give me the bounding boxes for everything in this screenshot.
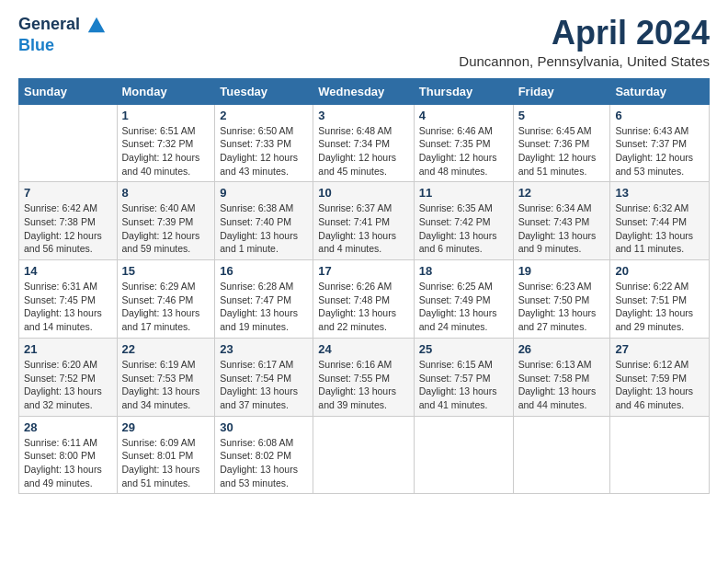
week-row-4: 21Sunrise: 6:20 AMSunset: 7:52 PMDayligh… <box>19 338 710 416</box>
calendar-cell: 14Sunrise: 6:31 AMSunset: 7:45 PMDayligh… <box>19 260 118 339</box>
calendar-cell: 8Sunrise: 6:40 AMSunset: 7:39 PMDaylight… <box>117 182 215 260</box>
logo-icon <box>86 16 107 36</box>
calendar-cell: 13Sunrise: 6:32 AMSunset: 7:44 PMDayligh… <box>610 182 710 260</box>
day-info: Sunrise: 6:26 AMSunset: 7:48 PMDaylight:… <box>318 280 408 334</box>
day-number: 27 <box>615 342 704 356</box>
day-info: Sunrise: 6:34 AMSunset: 7:43 PMDaylight:… <box>518 201 606 256</box>
day-info: Sunrise: 6:19 AMSunset: 7:53 PMDaylight:… <box>122 358 210 412</box>
calendar-cell: 7Sunrise: 6:42 AMSunset: 7:38 PMDaylight… <box>19 182 118 260</box>
day-number: 13 <box>615 186 704 200</box>
column-header-thursday: Thursday <box>414 78 513 104</box>
column-header-sunday: Sunday <box>19 78 118 104</box>
day-number: 15 <box>122 264 210 278</box>
day-number: 18 <box>419 264 508 278</box>
header: General Blue April 2024 Duncannon, Penns… <box>18 15 710 69</box>
column-header-tuesday: Tuesday <box>215 78 313 104</box>
calendar-cell: 20Sunrise: 6:22 AMSunset: 7:51 PMDayligh… <box>610 260 710 339</box>
location-title: Duncannon, Pennsylvania, United States <box>459 53 710 69</box>
calendar-cell: 11Sunrise: 6:35 AMSunset: 7:42 PMDayligh… <box>414 182 513 260</box>
calendar-table: SundayMondayTuesdayWednesdayThursdayFrid… <box>18 78 710 495</box>
day-number: 21 <box>24 342 112 356</box>
day-number: 8 <box>122 186 210 200</box>
day-number: 17 <box>318 264 408 278</box>
day-info: Sunrise: 6:20 AMSunset: 7:52 PMDaylight:… <box>24 358 112 412</box>
week-row-3: 14Sunrise: 6:31 AMSunset: 7:45 PMDayligh… <box>19 260 710 339</box>
calendar-cell: 19Sunrise: 6:23 AMSunset: 7:50 PMDayligh… <box>513 260 610 339</box>
day-info: Sunrise: 6:09 AMSunset: 8:01 PMDaylight:… <box>122 436 210 490</box>
day-info: Sunrise: 6:42 AMSunset: 7:38 PMDaylight:… <box>24 201 112 256</box>
calendar-cell: 29Sunrise: 6:09 AMSunset: 8:01 PMDayligh… <box>117 416 215 494</box>
calendar-cell: 16Sunrise: 6:28 AMSunset: 7:47 PMDayligh… <box>215 260 313 339</box>
calendar-cell: 9Sunrise: 6:38 AMSunset: 7:40 PMDaylight… <box>215 182 313 260</box>
calendar-cell <box>19 104 118 182</box>
day-info: Sunrise: 6:13 AMSunset: 7:58 PMDaylight:… <box>518 358 606 412</box>
day-number: 1 <box>122 109 210 122</box>
column-header-wednesday: Wednesday <box>313 78 414 104</box>
day-info: Sunrise: 6:50 AMSunset: 7:33 PMDaylight:… <box>220 124 308 178</box>
day-number: 23 <box>220 342 308 356</box>
calendar-cell: 18Sunrise: 6:25 AMSunset: 7:49 PMDayligh… <box>414 260 513 339</box>
day-number: 9 <box>220 186 308 200</box>
day-number: 24 <box>318 342 408 356</box>
day-info: Sunrise: 6:16 AMSunset: 7:55 PMDaylight:… <box>318 358 408 412</box>
svg-marker-0 <box>87 17 104 33</box>
calendar-cell: 3Sunrise: 6:48 AMSunset: 7:34 PMDaylight… <box>313 104 414 182</box>
day-info: Sunrise: 6:28 AMSunset: 7:47 PMDaylight:… <box>220 280 308 334</box>
calendar-cell: 23Sunrise: 6:17 AMSunset: 7:54 PMDayligh… <box>215 338 313 416</box>
calendar-body: 1Sunrise: 6:51 AMSunset: 7:32 PMDaylight… <box>19 104 710 494</box>
day-info: Sunrise: 6:17 AMSunset: 7:54 PMDaylight:… <box>220 358 308 412</box>
day-info: Sunrise: 6:32 AMSunset: 7:44 PMDaylight:… <box>615 201 704 256</box>
calendar-cell: 26Sunrise: 6:13 AMSunset: 7:58 PMDayligh… <box>513 338 610 416</box>
calendar-cell <box>313 416 414 494</box>
day-number: 19 <box>518 264 606 278</box>
calendar-cell: 4Sunrise: 6:46 AMSunset: 7:35 PMDaylight… <box>414 104 513 182</box>
day-info: Sunrise: 6:25 AMSunset: 7:49 PMDaylight:… <box>419 280 508 334</box>
day-info: Sunrise: 6:22 AMSunset: 7:51 PMDaylight:… <box>615 280 704 334</box>
day-number: 3 <box>318 109 408 122</box>
calendar-cell: 5Sunrise: 6:45 AMSunset: 7:36 PMDaylight… <box>513 104 610 182</box>
day-info: Sunrise: 6:37 AMSunset: 7:41 PMDaylight:… <box>318 201 408 256</box>
day-info: Sunrise: 6:12 AMSunset: 7:59 PMDaylight:… <box>615 358 704 412</box>
calendar-header-row: SundayMondayTuesdayWednesdayThursdayFrid… <box>19 78 710 104</box>
day-info: Sunrise: 6:43 AMSunset: 7:37 PMDaylight:… <box>615 124 704 178</box>
day-info: Sunrise: 6:31 AMSunset: 7:45 PMDaylight:… <box>24 280 112 334</box>
logo-general-text: General <box>18 15 80 33</box>
day-number: 4 <box>419 109 508 122</box>
day-info: Sunrise: 6:45 AMSunset: 7:36 PMDaylight:… <box>518 124 606 178</box>
calendar-cell: 21Sunrise: 6:20 AMSunset: 7:52 PMDayligh… <box>19 338 118 416</box>
column-header-monday: Monday <box>117 78 215 104</box>
day-info: Sunrise: 6:23 AMSunset: 7:50 PMDaylight:… <box>518 280 606 334</box>
calendar-cell: 17Sunrise: 6:26 AMSunset: 7:48 PMDayligh… <box>313 260 414 339</box>
calendar-cell: 12Sunrise: 6:34 AMSunset: 7:43 PMDayligh… <box>513 182 610 260</box>
calendar-cell: 25Sunrise: 6:15 AMSunset: 7:57 PMDayligh… <box>414 338 513 416</box>
day-info: Sunrise: 6:35 AMSunset: 7:42 PMDaylight:… <box>419 201 508 256</box>
calendar-cell: 22Sunrise: 6:19 AMSunset: 7:53 PMDayligh… <box>117 338 215 416</box>
day-number: 11 <box>419 186 508 200</box>
day-number: 25 <box>419 342 508 356</box>
week-row-1: 1Sunrise: 6:51 AMSunset: 7:32 PMDaylight… <box>19 104 710 182</box>
month-title: April 2024 <box>459 15 710 52</box>
calendar-cell: 1Sunrise: 6:51 AMSunset: 7:32 PMDaylight… <box>117 104 215 182</box>
week-row-5: 28Sunrise: 6:11 AMSunset: 8:00 PMDayligh… <box>19 416 710 494</box>
day-info: Sunrise: 6:51 AMSunset: 7:32 PMDaylight:… <box>122 124 210 178</box>
day-number: 30 <box>220 420 308 434</box>
day-info: Sunrise: 6:46 AMSunset: 7:35 PMDaylight:… <box>419 124 508 178</box>
calendar-cell: 2Sunrise: 6:50 AMSunset: 7:33 PMDaylight… <box>215 104 313 182</box>
logo: General Blue <box>18 15 107 55</box>
day-info: Sunrise: 6:08 AMSunset: 8:02 PMDaylight:… <box>220 436 308 490</box>
calendar-cell <box>610 416 710 494</box>
day-number: 6 <box>615 109 704 122</box>
logo-blue-text: Blue <box>18 36 54 55</box>
day-number: 16 <box>220 264 308 278</box>
day-info: Sunrise: 6:48 AMSunset: 7:34 PMDaylight:… <box>318 124 408 178</box>
day-number: 28 <box>24 420 112 434</box>
calendar-cell: 24Sunrise: 6:16 AMSunset: 7:55 PMDayligh… <box>313 338 414 416</box>
calendar-cell: 10Sunrise: 6:37 AMSunset: 7:41 PMDayligh… <box>313 182 414 260</box>
calendar-cell <box>414 416 513 494</box>
calendar-cell: 27Sunrise: 6:12 AMSunset: 7:59 PMDayligh… <box>610 338 710 416</box>
day-info: Sunrise: 6:38 AMSunset: 7:40 PMDaylight:… <box>220 201 308 256</box>
day-number: 2 <box>220 109 308 122</box>
day-number: 5 <box>518 109 606 122</box>
calendar-cell: 30Sunrise: 6:08 AMSunset: 8:02 PMDayligh… <box>215 416 313 494</box>
calendar-cell <box>513 416 610 494</box>
